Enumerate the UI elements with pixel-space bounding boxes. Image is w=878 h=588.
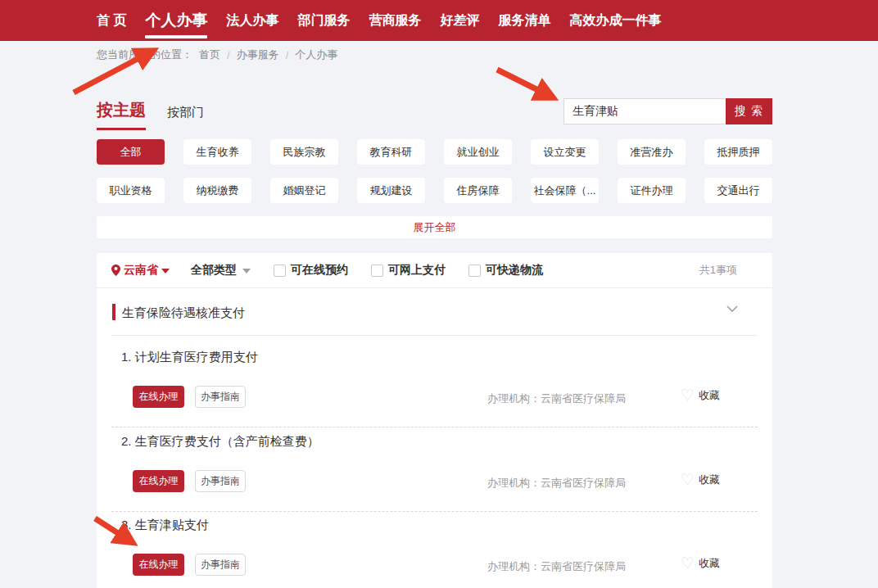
breadcrumb-home[interactable]: 首页 xyxy=(199,47,220,62)
tab-by-department[interactable]: 按部门 xyxy=(167,105,204,130)
nav-item-business-services[interactable]: 营商服务 xyxy=(369,0,421,41)
top-nav-menu: 首 页 个人办事 法人办事 部门服务 营商服务 好差评 服务清单 高效办成一件事 xyxy=(0,0,878,41)
service-item-title[interactable]: 2. 生育医疗费支付（含产前检查费） xyxy=(121,434,319,450)
service-item-title[interactable]: 3. 生育津贴支付 xyxy=(121,518,209,533)
annotation-arrow-search xyxy=(497,70,550,96)
handling-agency: 办理机构：云南省医疗保障局 xyxy=(487,391,626,406)
breadcrumb-separator: / xyxy=(227,49,230,61)
handling-agency: 办理机构：云南省医疗保障局 xyxy=(487,559,626,574)
breadcrumb-separator: / xyxy=(286,49,289,61)
service-item-actions: 在线办理 办事指南 xyxy=(133,554,246,576)
expand-all-button[interactable]: 展开全部 xyxy=(97,216,772,238)
heart-icon: ♡ xyxy=(681,472,695,487)
favorite-label: 收藏 xyxy=(699,388,720,403)
service-item: 3. 生育津贴支付 在线办理 办事指南 办理机构：云南省医疗保障局 ♡ 收藏 xyxy=(97,513,772,588)
region-filter[interactable]: 云南省 xyxy=(111,263,170,278)
filter-express-delivery[interactable]: 可快递物流 xyxy=(468,263,543,278)
filter-express-delivery-label: 可快递物流 xyxy=(486,263,543,278)
tab-by-theme[interactable]: 按主题 xyxy=(97,99,146,130)
checkbox-icon[interactable] xyxy=(274,265,286,277)
category-establish-change[interactable]: 设立变更 xyxy=(531,139,599,165)
service-item: 1. 计划生育医疗费用支付 在线办理 办事指南 办理机构：云南省医疗保障局 ♡ … xyxy=(97,346,772,429)
category-row-1: 全部 生育收养 民族宗教 教育科研 就业创业 设立变更 准营准办 抵押质押 xyxy=(97,139,772,165)
filter-row: 云南省 全部类型 可在线预约 可网上支付 可快递物流 共1事项 xyxy=(97,253,772,288)
category-tax-payment[interactable]: 纳税缴费 xyxy=(183,178,251,203)
favorite-button[interactable]: ♡ 收藏 xyxy=(681,387,720,403)
breadcrumb-personal[interactable]: 个人办事 xyxy=(295,47,337,62)
nav-item-service-list[interactable]: 服务清单 xyxy=(498,0,550,41)
category-row-2: 职业资格 纳税缴费 婚姻登记 规划建设 住房保障 社会保障（... 证件办理 交… xyxy=(97,178,772,203)
online-handle-button[interactable]: 在线办理 xyxy=(133,470,184,492)
nav-item-one-thing[interactable]: 高效办成一件事 xyxy=(569,0,661,41)
filter-online-payment[interactable]: 可网上支付 xyxy=(371,263,446,278)
nav-item-rating[interactable]: 好差评 xyxy=(440,0,479,41)
service-item-title[interactable]: 1. 计划生育医疗费用支付 xyxy=(121,350,258,365)
search-button[interactable]: 搜 索 xyxy=(726,98,772,124)
category-ethnic-religion[interactable]: 民族宗教 xyxy=(270,139,338,165)
category-all[interactable]: 全部 xyxy=(97,139,165,165)
heart-icon: ♡ xyxy=(681,387,695,403)
service-guide-button[interactable]: 办事指南 xyxy=(195,554,246,576)
location-pin-icon xyxy=(111,265,120,276)
breadcrumb: 您当前所处的位置： 首页 / 办事服务 / 个人办事 xyxy=(97,41,337,69)
handling-agency: 办理机构：云南省医疗保障局 xyxy=(487,476,626,491)
view-tabs: 按主题 按部门 xyxy=(97,99,204,130)
online-handle-button[interactable]: 在线办理 xyxy=(133,554,184,576)
category-marriage-registration[interactable]: 婚姻登记 xyxy=(270,178,338,203)
category-housing-security[interactable]: 住房保障 xyxy=(444,178,512,203)
caret-down-icon xyxy=(242,269,251,274)
region-filter-label: 云南省 xyxy=(124,263,158,278)
result-count: 共1事项 xyxy=(699,263,737,278)
favorite-label: 收藏 xyxy=(699,473,720,487)
search-bar: 搜 索 xyxy=(563,98,772,124)
caret-down-icon xyxy=(161,269,170,274)
type-filter[interactable]: 全部类型 xyxy=(191,263,251,278)
breadcrumb-services[interactable]: 办事服务 xyxy=(237,47,279,62)
category-planning-construction[interactable]: 规划建设 xyxy=(357,178,425,203)
service-item: 2. 生育医疗费支付（含产前检查费） 在线办理 办事指南 办理机构：云南省医疗保… xyxy=(97,430,772,513)
category-employment[interactable]: 就业创业 xyxy=(444,139,512,165)
filter-online-booking-label: 可在线预约 xyxy=(291,263,348,278)
search-input[interactable] xyxy=(563,98,726,124)
checkbox-icon[interactable] xyxy=(371,265,383,277)
checkbox-icon[interactable] xyxy=(468,265,481,277)
nav-item-corporate-services[interactable]: 法人办事 xyxy=(226,0,278,41)
type-filter-label: 全部类型 xyxy=(191,263,237,278)
online-handle-button[interactable]: 在线办理 xyxy=(133,386,184,408)
category-birth-adoption[interactable]: 生育收养 xyxy=(183,139,251,165)
nav-item-home[interactable]: 首 页 xyxy=(97,0,126,41)
nav-item-personal-services[interactable]: 个人办事 xyxy=(145,0,207,41)
service-item-actions: 在线办理 办事指南 xyxy=(133,386,246,408)
group-title: 生育保险待遇核准支付 xyxy=(122,305,245,321)
results-panel: 云南省 全部类型 可在线预约 可网上支付 可快递物流 共1事项 生育保险待遇核 xyxy=(97,253,772,588)
category-permits[interactable]: 准营准办 xyxy=(618,139,686,165)
filter-online-booking[interactable]: 可在线预约 xyxy=(274,263,348,278)
service-guide-button[interactable]: 办事指南 xyxy=(195,470,246,492)
group-accent-bar xyxy=(112,304,115,320)
category-transportation[interactable]: 交通出行 xyxy=(704,178,772,203)
top-nav-bar: 首 页 个人办事 法人办事 部门服务 营商服务 好差评 服务清单 高效办成一件事 xyxy=(0,0,878,41)
favorite-button[interactable]: ♡ 收藏 xyxy=(681,555,720,571)
dashed-divider xyxy=(111,511,758,512)
chevron-down-icon[interactable] xyxy=(726,305,738,312)
filter-online-payment-label: 可网上支付 xyxy=(388,263,446,278)
service-item-actions: 在线办理 办事指南 xyxy=(133,470,246,492)
page: 首 页 个人办事 法人办事 部门服务 营商服务 好差评 服务清单 高效办成一件事… xyxy=(0,0,878,588)
category-education-research[interactable]: 教育科研 xyxy=(357,139,425,165)
breadcrumb-prefix: 您当前所处的位置： xyxy=(97,47,192,62)
category-mortgage-pledge[interactable]: 抵押质押 xyxy=(704,139,772,165)
favorite-button[interactable]: ♡ 收藏 xyxy=(681,472,720,487)
service-guide-button[interactable]: 办事指南 xyxy=(195,386,246,408)
category-certificates[interactable]: 证件办理 xyxy=(618,178,686,203)
dashed-divider xyxy=(111,427,758,427)
nav-item-department-services[interactable]: 部门服务 xyxy=(297,0,350,41)
divider xyxy=(111,335,758,336)
favorite-label: 收藏 xyxy=(699,556,720,571)
category-professional-qualification[interactable]: 职业资格 xyxy=(97,178,165,203)
heart-icon: ♡ xyxy=(681,555,695,571)
category-social-security[interactable]: 社会保障（... xyxy=(531,178,599,203)
